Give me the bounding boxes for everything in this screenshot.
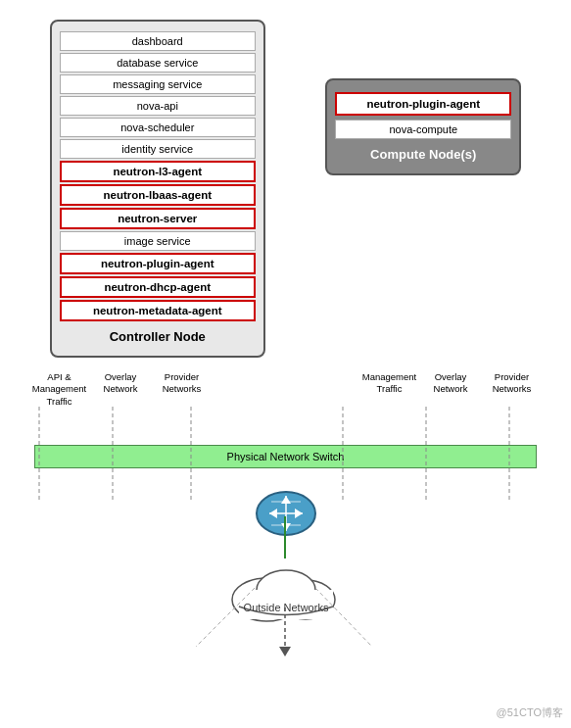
compute-node: neutron-plugin-agent nova-compute Comput…	[325, 78, 521, 175]
cloud-icon: Outside Networks	[217, 562, 355, 626]
service-image: image service	[60, 231, 256, 251]
watermark: @51CTO博客	[497, 705, 563, 720]
nodes-section: dashboard database service messaging ser…	[10, 10, 561, 358]
outside-networks-section: Outside Networks	[10, 562, 561, 626]
physical-switch-container: Physical Network Switch	[24, 445, 547, 468]
service-neutron-plugin-compute: neutron-plugin-agent	[335, 92, 511, 116]
service-neutron-server: neutron-server	[60, 208, 256, 229]
physical-switch-bar: Physical Network Switch	[34, 445, 537, 468]
physical-switch-label: Physical Network Switch	[227, 451, 345, 462]
service-neutron-metadata: neutron-metadata-agent	[60, 300, 256, 321]
label-overlay-compute: Overlay Network	[421, 371, 480, 408]
service-dashboard: dashboard	[60, 31, 256, 51]
service-neutron-plugin-ctrl: neutron-plugin-agent	[60, 253, 256, 274]
service-neutron-dhcp: neutron-dhcp-agent	[60, 276, 256, 298]
service-neutron-lbaas: neutron-lbaas-agent	[60, 184, 256, 206]
router-icon	[252, 486, 320, 540]
label-api-mgmt: API & Management Traffic	[27, 371, 91, 408]
label-provider-compute: Provider Networks	[480, 371, 544, 408]
service-database: database service	[60, 53, 256, 73]
controller-node-title: Controller Node	[60, 329, 256, 344]
service-messaging: messaging service	[60, 74, 256, 94]
network-labels-row: API & Management Traffic Overlay Network…	[10, 364, 561, 408]
controller-node: dashboard database service messaging ser…	[50, 20, 265, 358]
svg-marker-8	[279, 647, 291, 656]
service-identity: identity service	[60, 139, 256, 159]
label-provider-ctrl: Provider Networks	[150, 371, 214, 408]
service-nova-compute: nova-compute	[335, 120, 511, 139]
outside-networks-label: Outside Networks	[243, 602, 328, 613]
router-section	[10, 486, 561, 543]
label-overlay-ctrl: Overlay Network	[91, 371, 150, 408]
service-nova-api: nova-api	[60, 96, 256, 116]
label-mgmt-compute: Management Traffic	[357, 371, 421, 408]
compute-node-title: Compute Node(s)	[335, 147, 511, 162]
service-nova-scheduler: nova-scheduler	[60, 118, 256, 137]
diagram-container: dashboard database service messaging ser…	[0, 0, 571, 728]
service-neutron-l3: neutron-l3-agent	[60, 161, 256, 182]
